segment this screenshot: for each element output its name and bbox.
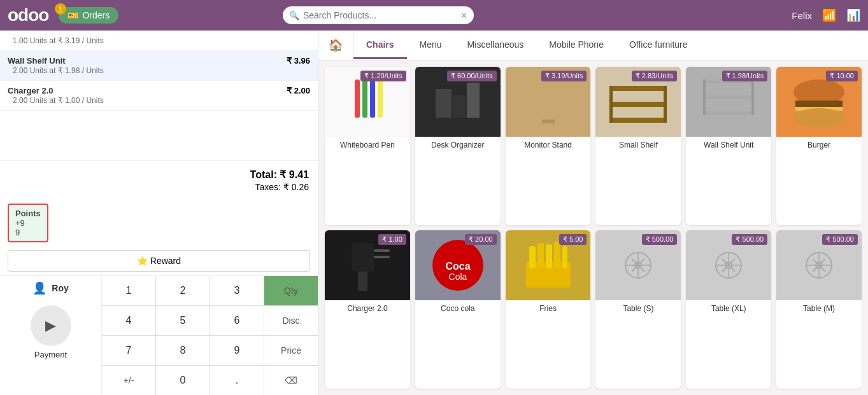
order-item-name: Wall Shelf Unit bbox=[8, 56, 66, 66]
numpad-qty[interactable]: Qty bbox=[264, 276, 318, 305]
username-label: Felix bbox=[792, 10, 812, 21]
product-card-burger[interactable]: ₹ 10.00 Burger bbox=[776, 67, 862, 225]
customer-name: Roy bbox=[52, 283, 68, 293]
search-clear-icon[interactable]: ✕ bbox=[460, 11, 467, 20]
order-items-list: 1.00 Units at ₹ 3.19 / Units ₹ 3.96 Wall… bbox=[0, 31, 318, 160]
svg-rect-0 bbox=[355, 80, 360, 118]
product-price-badge: ₹ 500.00 bbox=[732, 234, 767, 245]
svg-rect-3 bbox=[378, 80, 383, 118]
svg-rect-5 bbox=[453, 95, 466, 118]
product-price-badge: ₹ 5.00 bbox=[559, 234, 587, 245]
product-name: Small Shelf bbox=[595, 137, 681, 153]
product-card-small-shelf[interactable]: ₹ 2.83/Units Small Shelf bbox=[595, 67, 681, 225]
svg-rect-32 bbox=[546, 244, 552, 268]
svg-rect-14 bbox=[703, 95, 754, 99]
orders-label: Orders bbox=[82, 10, 110, 20]
svg-point-21 bbox=[793, 108, 844, 127]
product-name: Wall Shelf Unit bbox=[686, 137, 771, 153]
numpad-5[interactable]: 5 bbox=[156, 306, 210, 335]
product-name: Monitor Stand bbox=[506, 137, 591, 153]
points-earned: +9 bbox=[15, 218, 41, 228]
points-box: Points +9 9 bbox=[8, 204, 48, 242]
svg-rect-17 bbox=[751, 80, 754, 115]
svg-rect-19 bbox=[795, 100, 843, 107]
reward-button[interactable]: ⭐ Reward bbox=[8, 250, 310, 272]
product-card-whiteboard-pen[interactable]: ₹ 1.20/Units Whiteboard Pen bbox=[325, 67, 410, 225]
main-layout: 1.00 Units at ₹ 3.19 / Units ₹ 3.96 Wall… bbox=[0, 31, 868, 395]
payment-button[interactable]: ▶ bbox=[31, 305, 71, 346]
product-price-badge: ₹ 1.00 bbox=[378, 234, 406, 245]
points-label: Points bbox=[15, 209, 41, 218]
orders-badge: 1 bbox=[55, 3, 66, 15]
category-tab-miscellaneous[interactable]: Miscellaneous bbox=[455, 32, 537, 59]
numpad-backspace[interactable]: ⌫ bbox=[264, 366, 318, 395]
product-name: Charger 2.0 bbox=[325, 300, 410, 317]
product-name: Coco cola bbox=[415, 300, 501, 317]
numpad-7[interactable]: 7 bbox=[102, 336, 155, 365]
svg-rect-33 bbox=[554, 242, 560, 268]
product-card-wall-shelf-unit[interactable]: ₹ 1.98/Units Wall Shelf Unit bbox=[686, 67, 771, 225]
order-item-detail: 1.00 Units at ₹ 3.19 / Units bbox=[13, 36, 104, 45]
category-tab-chairs[interactable]: Chairs bbox=[353, 32, 407, 59]
odoo-logo: odoo bbox=[8, 5, 48, 25]
svg-text:Coca: Coca bbox=[445, 261, 470, 272]
order-item[interactable]: ₹ 3.96 Wall Shelf Unit 2.00 Units at ₹ 1… bbox=[0, 51, 318, 81]
order-item[interactable]: 1.00 Units at ₹ 3.19 / Units bbox=[0, 31, 318, 51]
numpad-plusminus[interactable]: +/- bbox=[102, 366, 155, 395]
product-card-table-m[interactable]: ₹ 500.00 Table (M) bbox=[776, 230, 862, 389]
category-tab-office-furniture[interactable]: Office furniture bbox=[616, 32, 701, 59]
product-card-table-xl[interactable]: ₹ 500.00 Table (XL) bbox=[686, 230, 771, 389]
category-tabs: 🏠 Chairs Menu Miscellaneous Mobile Phone… bbox=[318, 31, 868, 60]
svg-rect-25 bbox=[374, 256, 390, 258]
svg-rect-24 bbox=[374, 249, 390, 252]
taxes-value: ₹ 0.26 bbox=[283, 182, 309, 192]
total-label: Total: bbox=[250, 169, 277, 180]
customer-icon: 👤 bbox=[32, 281, 46, 295]
payment-label: Payment bbox=[34, 350, 67, 359]
header-right: Felix 📶 📊 bbox=[792, 8, 860, 22]
numpad-1[interactable]: 1 bbox=[102, 276, 155, 305]
product-card-desk-organizer[interactable]: ₹ 60.00/Units Desk Organizer bbox=[415, 67, 501, 225]
product-price-badge: ₹ 500.00 bbox=[642, 234, 678, 245]
category-home-button[interactable]: 🏠 bbox=[318, 31, 353, 60]
product-name: Table (M) bbox=[776, 300, 862, 317]
numpad-4[interactable]: 4 bbox=[102, 306, 155, 335]
product-card-charger[interactable]: ₹ 1.00 Charger 2.0 bbox=[325, 230, 410, 389]
order-item-price: ₹ 2.00 bbox=[287, 86, 310, 95]
product-card-monitor-stand[interactable]: ₹ 3.19/Units Monitor Stand bbox=[506, 67, 591, 225]
search-icon: 🔍 bbox=[289, 11, 299, 20]
svg-rect-8 bbox=[609, 86, 667, 91]
numpad-8[interactable]: 8 bbox=[156, 336, 210, 365]
svg-rect-6 bbox=[467, 83, 480, 118]
product-card-fries[interactable]: ₹ 5.00 Fries bbox=[506, 230, 591, 389]
order-item[interactable]: ₹ 2.00 Charger 2.0 2.00 Units at ₹ 1.00 … bbox=[0, 81, 318, 111]
right-panel: 🏠 Chairs Menu Miscellaneous Mobile Phone… bbox=[318, 31, 868, 395]
numpad-3[interactable]: 3 bbox=[210, 276, 264, 305]
product-price-badge: ₹ 3.19/Units bbox=[541, 71, 587, 81]
svg-rect-7 bbox=[542, 120, 555, 123]
svg-rect-16 bbox=[703, 80, 706, 115]
product-card-coco-cola[interactable]: ₹ 20.00 Coca Cola Coco cola bbox=[415, 230, 501, 389]
category-tab-mobile-phone[interactable]: Mobile Phone bbox=[536, 32, 616, 59]
numpad-disc[interactable]: Disc bbox=[264, 306, 318, 335]
points-total: 9 bbox=[15, 228, 41, 237]
numpad-dot[interactable]: . bbox=[210, 366, 264, 395]
numpad-6[interactable]: 6 bbox=[210, 306, 264, 335]
numpad-0[interactable]: 0 bbox=[156, 366, 210, 395]
numpad-2[interactable]: 2 bbox=[156, 276, 210, 305]
category-tab-menu[interactable]: Menu bbox=[407, 32, 455, 59]
product-name: Table (XL) bbox=[686, 300, 771, 317]
svg-rect-1 bbox=[362, 80, 367, 118]
product-card-table-s[interactable]: ₹ 500.00 Table (S) bbox=[595, 230, 681, 389]
product-name: Desk Organizer bbox=[415, 137, 501, 153]
numpad: 1 2 3 Qty 4 5 6 Disc 7 8 9 Price +/- 0 .… bbox=[102, 276, 318, 395]
svg-rect-23 bbox=[358, 272, 367, 291]
svg-rect-34 bbox=[562, 246, 567, 268]
customer-row[interactable]: 👤 Roy bbox=[32, 281, 68, 295]
order-item-detail: 2.00 Units at ₹ 1.00 / Units bbox=[13, 96, 104, 105]
orders-button[interactable]: 1 🎫 Orders bbox=[59, 7, 118, 24]
numpad-price[interactable]: Price bbox=[264, 336, 318, 365]
order-item-name: Charger 2.0 bbox=[8, 86, 53, 95]
search-input[interactable] bbox=[283, 6, 474, 24]
numpad-9[interactable]: 9 bbox=[210, 336, 264, 365]
